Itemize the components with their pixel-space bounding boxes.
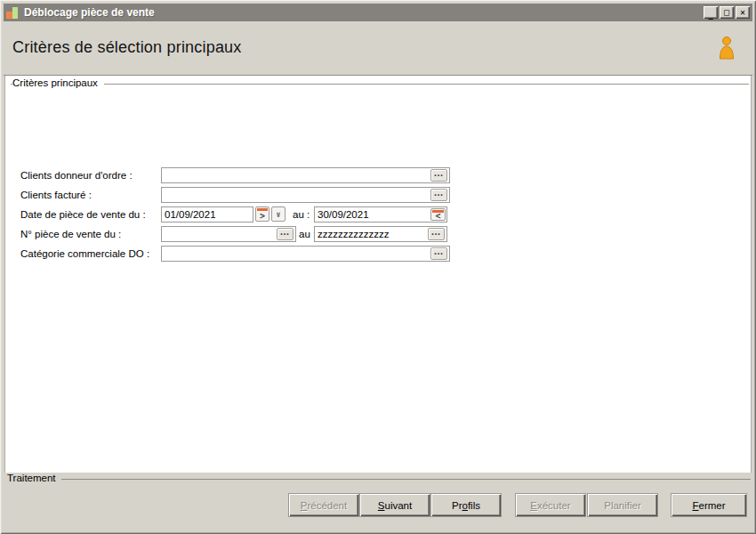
close-icon: ✕ [740,8,745,17]
label-numero-piece-vente: N° pièce de vente du : [20,229,121,239]
label-date-au: au : [293,209,310,220]
categorie-commerciale-input[interactable] [162,247,449,261]
clients-donneur-ordre-input[interactable] [162,168,449,182]
minimize-icon: _ [708,12,712,20]
date-from-dropdown-button[interactable]: ∨ [271,206,286,222]
date-to-input[interactable] [315,207,446,222]
minimize-button[interactable]: _ [704,6,718,19]
precedent-button[interactable]: Précédent [289,494,358,516]
criteria-panel: Critères principaux Clients donneur d'or… [4,76,752,473]
window-controls: _ □ ✕ [704,6,750,19]
label-date-piece-vente: Date de pièce de vente du : [20,209,146,220]
person-icon[interactable] [717,36,736,61]
field-numero-from: … [161,226,296,242]
clients-facture-input[interactable] [162,188,449,202]
maximize-icon: □ [724,8,729,17]
window-title: Déblocage pièce de vente [24,6,155,19]
categorie-commerciale-browse-button[interactable]: … [430,247,447,260]
chevron-down-icon: ∨ [276,209,280,221]
treatment-section: Traitement Précédent Suivant Profils Exé… [4,473,752,530]
numero-to-input[interactable] [315,227,446,241]
page-title: Critères de sélection principaux [12,38,242,57]
label-categorie-commerciale: Catégorie commerciale DO : [20,248,149,259]
treatment-legend: Traitement [7,473,61,483]
profils-button[interactable]: Profils [431,494,501,516]
field-numero-to: … [314,226,447,242]
calendar-bar-icon [257,208,268,211]
planifier-button[interactable]: Planifier [588,494,657,516]
field-date-from [161,206,253,222]
angle-right-icon: > [260,211,265,221]
numero-from-input[interactable] [162,227,295,241]
fermer-button[interactable]: Fermer [672,494,746,516]
app-bar-chart-icon [6,6,20,20]
numero-from-browse-button[interactable]: … [277,228,294,240]
numero-to-browse-button[interactable]: … [428,228,445,240]
date-to-calendar-button[interactable]: < [430,208,446,221]
criteria-group-line [11,84,749,85]
field-clients-facture: … [161,187,450,203]
suivant-button[interactable]: Suivant [360,494,430,516]
clients-donneur-ordre-browse-button[interactable]: … [430,169,447,182]
label-clients-donneur-ordre: Clients donneur d'ordre : [20,170,133,181]
field-categorie-commerciale: … [161,246,450,262]
maximize-button[interactable]: □ [720,6,734,19]
label-clients-facture: Clients facturé : [20,190,92,200]
angle-left-icon: < [435,212,440,220]
close-button[interactable]: ✕ [736,6,750,19]
criteria-group-legend: Critères principaux [12,77,104,88]
field-clients-donneur-ordre: … [161,167,450,183]
calendar-bar-icon [432,210,444,213]
date-from-calendar-button[interactable]: > [255,206,269,222]
treatment-line [60,479,751,480]
date-from-input[interactable] [162,207,253,222]
dialog-window: Déblocage pièce de vente _ □ ✕ Critères … [0,0,756,534]
titlebar: Déblocage pièce de vente _ □ ✕ [4,4,752,21]
clients-facture-browse-button[interactable]: … [430,189,447,201]
field-date-to: < [314,206,447,222]
executer-button[interactable]: Exécuter [516,494,585,516]
